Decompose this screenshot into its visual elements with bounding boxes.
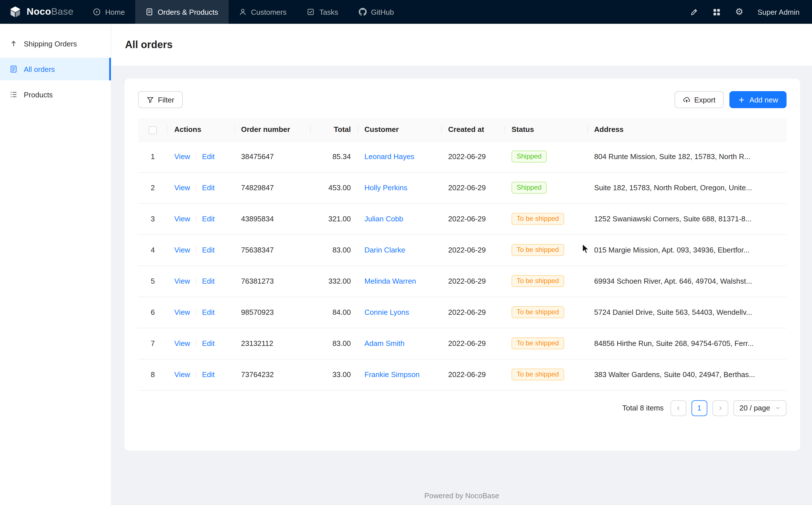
nav-item-customers[interactable]: Customers — [228, 0, 297, 24]
row-index: 7 — [151, 339, 155, 348]
sidebar: Shipping Orders All orders Products — [0, 24, 111, 505]
address-cell: 5724 Daniel Drive, Suite 563, 54403, Wen… — [587, 297, 787, 328]
prev-page-button[interactable] — [670, 400, 687, 416]
page-number-button[interactable]: 1 — [692, 400, 707, 416]
nav-item-home[interactable]: Home — [83, 0, 135, 24]
chevron-down-icon — [775, 405, 780, 410]
order-number-cell: 98570923 — [234, 297, 310, 328]
created-at-cell: 2022-06-29 — [441, 359, 505, 390]
add-new-button[interactable]: Add new — [730, 91, 787, 108]
orders-table: Actions Order number Total Customer Crea… — [138, 118, 787, 390]
total-cell: 83.00 — [310, 328, 358, 359]
apps-grid-icon[interactable] — [713, 8, 721, 16]
edit-link[interactable]: Edit — [202, 308, 215, 317]
page-size-select[interactable]: 20 / page — [733, 400, 787, 416]
address-cell: 1252 Swaniawski Corners, Suite 688, 8137… — [587, 203, 787, 234]
next-page-button[interactable] — [713, 400, 728, 416]
user-menu[interactable]: Super Admin — [757, 8, 800, 16]
nav-item-label: Tasks — [319, 8, 338, 16]
sidebar-item-all-orders[interactable]: All orders — [0, 58, 111, 80]
total-cell: 84.00 — [310, 297, 358, 328]
table-row[interactable]: 7 ViewEdit 23132112 83.00 Adam Smith 202… — [138, 328, 787, 359]
nocobase-logo[interactable]: NocoBase — [0, 0, 83, 24]
customer-link[interactable]: Melinda Warren — [364, 277, 416, 285]
customer-link[interactable]: Darin Clarke — [364, 246, 405, 254]
sidebar-item-shipping-orders[interactable]: Shipping Orders — [0, 32, 111, 55]
view-link[interactable]: View — [174, 339, 190, 348]
total-cell: 332.00 — [310, 266, 358, 297]
table-row[interactable]: 4 ViewEdit 75638347 83.00 Darin Clarke 2… — [138, 234, 787, 266]
view-link[interactable]: View — [174, 246, 190, 254]
edit-link[interactable]: Edit — [202, 246, 215, 254]
order-number-cell: 23132112 — [234, 328, 310, 359]
address-cell: Suite 182, 15783, North Robert, Oregon, … — [587, 172, 787, 203]
order-number-cell: 73764232 — [234, 359, 310, 390]
edit-link[interactable]: Edit — [202, 339, 215, 348]
action-divider — [196, 215, 196, 222]
edit-link[interactable]: Edit — [202, 277, 215, 285]
order-number-cell: 74829847 — [234, 172, 310, 203]
plus-icon — [738, 96, 746, 103]
view-link[interactable]: View — [174, 183, 190, 192]
orders-icon — [145, 8, 153, 16]
sidebar-item-products[interactable]: Products — [0, 83, 111, 106]
top-navbar: NocoBase Home Orders & Products Customer… — [0, 0, 812, 24]
customer-link[interactable]: Frankie Simpson — [364, 370, 420, 379]
select-all-checkbox[interactable] — [149, 126, 157, 134]
export-button-label: Export — [694, 96, 716, 104]
page-size-value: 20 / page — [740, 404, 770, 412]
table-row[interactable]: 8 ViewEdit 73764232 33.00 Frankie Simpso… — [138, 359, 787, 390]
column-header-actions: Actions — [168, 118, 234, 141]
nav-item-tasks[interactable]: Tasks — [297, 0, 348, 24]
filter-button[interactable]: Filter — [138, 91, 183, 108]
row-index: 4 — [151, 246, 155, 254]
view-link[interactable]: View — [174, 370, 190, 379]
content-area: Filter Export Add new — [111, 66, 812, 451]
column-header-order-number: Order number — [234, 118, 310, 141]
view-link[interactable]: View — [174, 308, 190, 317]
orders-file-icon — [10, 65, 18, 73]
action-divider — [196, 184, 196, 191]
table-row[interactable]: 6 ViewEdit 98570923 84.00 Connie Lyons 2… — [138, 297, 787, 328]
github-icon — [358, 8, 366, 16]
total-cell: 321.00 — [310, 203, 358, 234]
address-cell: 69934 Schoen River, Apt. 646, 49704, Wal… — [587, 266, 787, 297]
table-row[interactable]: 3 ViewEdit 43895834 321.00 Julian Cobb 2… — [138, 203, 787, 234]
table-toolbar: Filter Export Add new — [138, 91, 787, 108]
export-button[interactable]: Export — [674, 91, 724, 108]
customer-link[interactable]: Julian Cobb — [364, 214, 403, 223]
edit-link[interactable]: Edit — [202, 183, 215, 192]
table-row[interactable]: 1 ViewEdit 38475647 85.34 Leonard Hayes … — [138, 141, 787, 172]
orders-card: Filter Export Add new — [124, 79, 800, 451]
action-divider — [196, 371, 196, 378]
chevron-left-icon — [675, 405, 681, 411]
nav-item-label: Home — [105, 8, 125, 16]
customer-link[interactable]: Connie Lyons — [364, 308, 409, 317]
edit-link[interactable]: Edit — [202, 214, 215, 223]
status-badge: Shipped — [512, 182, 547, 194]
table-row[interactable]: 2 ViewEdit 74829847 453.00 Holly Perkins… — [138, 172, 787, 203]
view-link[interactable]: View — [174, 152, 190, 161]
view-link[interactable]: View — [174, 214, 190, 223]
gear-icon[interactable]: ⚙ — [735, 7, 743, 16]
created-at-cell: 2022-06-29 — [441, 328, 505, 359]
nav-item-github[interactable]: GitHub — [348, 0, 404, 24]
column-header-created-at: Created at — [441, 118, 505, 141]
address-cell: 804 Runte Mission, Suite 182, 15783, Nor… — [587, 141, 787, 172]
table-row[interactable]: 5 ViewEdit 76381273 332.00 Melinda Warre… — [138, 266, 787, 297]
action-divider — [196, 153, 196, 160]
nav-item-orders-products[interactable]: Orders & Products — [135, 0, 228, 24]
action-divider — [196, 340, 196, 346]
edit-link[interactable]: Edit — [202, 152, 215, 161]
customer-link[interactable]: Leonard Hayes — [364, 152, 414, 161]
status-badge: To be shipped — [512, 244, 564, 256]
footer-text: Powered by NocoBase — [111, 491, 812, 500]
customer-link[interactable]: Holly Perkins — [364, 183, 408, 192]
view-link[interactable]: View — [174, 277, 190, 285]
list-icon — [10, 91, 18, 99]
customer-link[interactable]: Adam Smith — [364, 339, 404, 348]
edit-link[interactable]: Edit — [202, 370, 215, 379]
nav-item-label: Orders & Products — [158, 8, 218, 16]
highlighter-icon[interactable] — [690, 8, 698, 16]
action-divider — [196, 309, 196, 315]
